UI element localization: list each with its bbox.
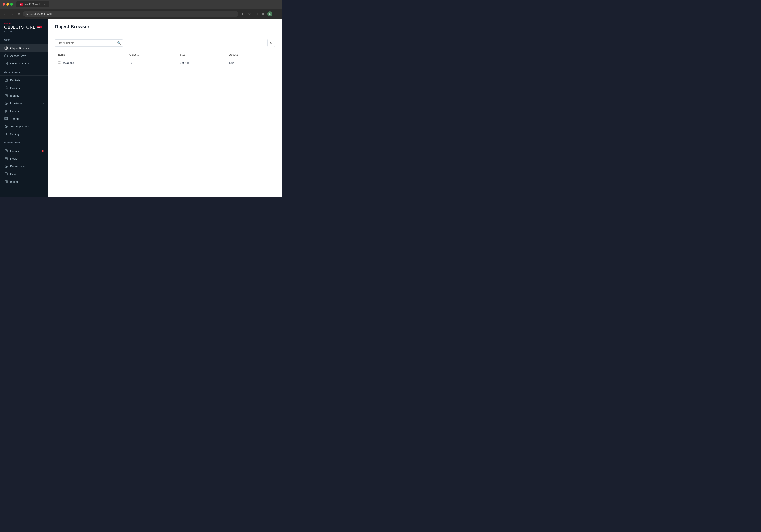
- bucket-table: Name Objects Size Access ☰ databend: [55, 51, 275, 67]
- monitoring-label: Monitoring: [10, 102, 41, 105]
- sidebar-item-license[interactable]: License: [0, 147, 48, 155]
- performance-label: Performance: [10, 165, 43, 168]
- logo-store-text: STORE: [21, 25, 36, 30]
- identity-label: Identity: [10, 94, 41, 97]
- sidebar-item-inspect[interactable]: Inspect: [0, 178, 48, 186]
- filter-bar: 🔍 ↻: [55, 39, 275, 47]
- events-label: Events: [10, 109, 43, 113]
- nav-bar: ← → ↻ 127.0.0.1:9090/browser ⬇ ☆ ⬡ ▣ E ⋮: [0, 9, 282, 19]
- svg-rect-9: [5, 118, 8, 119]
- svg-point-1: [6, 47, 7, 49]
- sidebar-logo: MINIO OBJECT STORE AGPL LICENSE: [0, 19, 48, 35]
- cell-size: 5.9 KiB: [177, 58, 226, 67]
- sidebar-item-access-keys[interactable]: Access Keys: [0, 52, 48, 60]
- content-header: Object Browser: [48, 19, 282, 34]
- documentation-icon: [4, 61, 8, 65]
- identity-icon: [4, 94, 8, 97]
- cell-objects: 13: [126, 58, 177, 67]
- extensions-icon[interactable]: ⬡: [254, 11, 259, 17]
- new-tab-button[interactable]: +: [51, 2, 56, 7]
- sidebar-item-profile[interactable]: Profile: [0, 170, 48, 178]
- address-text: 127.0.0.1:9090/browser: [26, 12, 52, 15]
- object-browser-icon: [4, 46, 8, 50]
- buckets-label: Buckets: [10, 79, 43, 82]
- active-tab[interactable]: M MinIO Console ✕: [16, 1, 49, 8]
- close-button[interactable]: [3, 3, 5, 6]
- search-icon: 🔍: [117, 41, 121, 45]
- inspect-icon: [4, 180, 8, 184]
- sidebar-item-monitoring[interactable]: Monitoring ›: [0, 99, 48, 107]
- svg-rect-4: [5, 79, 8, 82]
- access-keys-icon: [4, 54, 8, 58]
- sidebar-item-settings[interactable]: Settings: [0, 130, 48, 138]
- identity-chevron: ›: [43, 94, 43, 97]
- reload-button[interactable]: ↻: [16, 11, 21, 17]
- site-replication-icon: [4, 124, 8, 128]
- svg-rect-8: [5, 117, 8, 118]
- health-icon: [4, 157, 8, 160]
- traffic-lights: [3, 3, 13, 6]
- fullscreen-button[interactable]: [10, 3, 13, 6]
- table-body: ☰ databend 13 5.9 KiB R/W: [55, 58, 275, 67]
- col-objects: Objects: [126, 51, 177, 58]
- sidebar-item-events[interactable]: Events: [0, 107, 48, 115]
- bucket-name-text: databend: [63, 61, 74, 65]
- bucket-icon: ☰: [58, 61, 61, 65]
- cell-access: R/W: [226, 58, 275, 67]
- table-row[interactable]: ☰ databend 13 5.9 KiB R/W: [55, 58, 275, 67]
- profile-label: Profile: [10, 172, 43, 176]
- tab-bar: M MinIO Console ✕ +: [0, 0, 282, 9]
- col-size: Size: [177, 51, 226, 58]
- col-access: Access: [226, 51, 275, 58]
- bookmark-icon[interactable]: ☆: [247, 11, 252, 17]
- policies-label: Policies: [10, 87, 43, 90]
- svg-point-12: [6, 134, 7, 135]
- col-name: Name: [55, 51, 126, 58]
- svg-point-16: [6, 166, 7, 167]
- documentation-label: Documentation: [10, 62, 43, 65]
- buckets-icon: [4, 78, 8, 82]
- profile-avatar[interactable]: E: [267, 11, 272, 17]
- content-body: 🔍 ↻ Name Objects Size Access: [48, 34, 282, 197]
- health-label: Health: [10, 157, 43, 160]
- filter-input[interactable]: [55, 39, 123, 46]
- table-header: Name Objects Size Access: [55, 51, 275, 58]
- sidebar-item-documentation[interactable]: Documentation: [0, 60, 48, 67]
- refresh-button[interactable]: ↻: [267, 39, 275, 47]
- sidebar-item-object-browser[interactable]: Object Browser: [0, 44, 48, 52]
- address-bar[interactable]: 127.0.0.1:9090/browser: [23, 11, 238, 17]
- settings-icon: [4, 132, 8, 136]
- minimize-button[interactable]: [6, 3, 9, 6]
- sidebar-item-health[interactable]: Health: [0, 155, 48, 162]
- monitoring-icon: [4, 101, 8, 105]
- sidebar-item-identity[interactable]: Identity ›: [0, 92, 48, 99]
- logo-license: LICENSE: [4, 30, 43, 32]
- profile-icon: [4, 172, 8, 176]
- monitoring-chevron: ›: [43, 102, 43, 105]
- sidebar-item-site-replication[interactable]: Site Replication: [0, 123, 48, 130]
- main-content: Object Browser 🔍 ↻ Name Objects Size Acc…: [48, 19, 282, 197]
- split-view-icon[interactable]: ▣: [261, 11, 265, 17]
- settings-label: Settings: [10, 133, 43, 136]
- svg-rect-10: [5, 119, 8, 120]
- site-replication-label: Site Replication: [10, 125, 43, 128]
- sidebar-item-buckets[interactable]: Buckets: [0, 77, 48, 84]
- logo-mini-text: MINIO: [4, 22, 43, 24]
- sidebar-item-performance[interactable]: Performance: [0, 162, 48, 170]
- sidebar: MINIO OBJECT STORE AGPL LICENSE User Obj…: [0, 19, 48, 197]
- forward-button[interactable]: →: [9, 11, 15, 17]
- policies-icon: [4, 86, 8, 90]
- tiering-icon: [4, 117, 8, 121]
- tab-close-button[interactable]: ✕: [43, 3, 46, 6]
- tiering-label: Tiering: [10, 117, 43, 120]
- menu-icon[interactable]: ⋮: [274, 11, 279, 17]
- performance-icon: [4, 164, 8, 168]
- access-keys-label: Access Keys: [10, 54, 43, 57]
- back-button[interactable]: ←: [3, 11, 8, 17]
- svg-rect-2: [5, 55, 8, 57]
- tab-title: MinIO Console: [24, 3, 41, 6]
- download-icon[interactable]: ⬇: [240, 11, 245, 17]
- sidebar-item-policies[interactable]: Policies: [0, 84, 48, 92]
- sidebar-item-tiering[interactable]: Tiering: [0, 115, 48, 123]
- logo-badge: AGPL: [36, 26, 42, 28]
